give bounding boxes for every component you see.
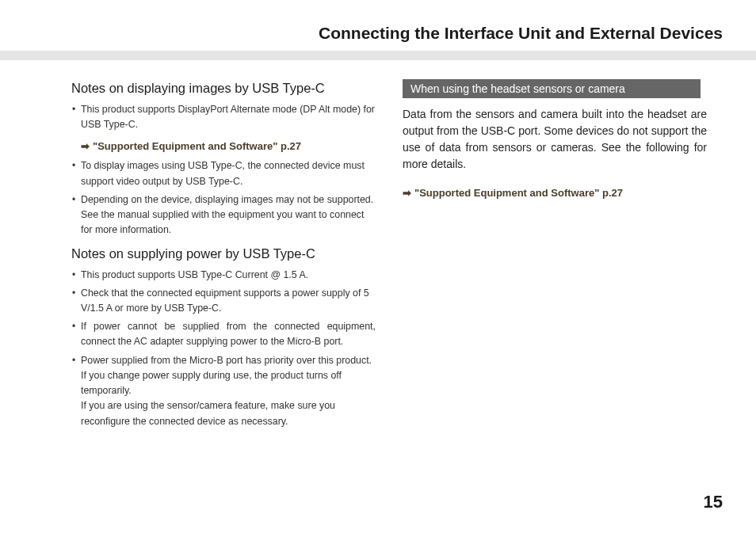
page-title: Connecting the Interface Unit and Extern… [0, 0, 756, 51]
cross-reference-link[interactable]: ➡ "Supported Equipment and Software" p.2… [403, 187, 707, 199]
left-column: Notes on displaying images by USB Type-C… [71, 74, 376, 437]
bullet-list: This product supports DisplayPort Altern… [71, 102, 376, 132]
list-item: Check that the connected equipment suppo… [71, 286, 376, 316]
page-number: 15 [704, 492, 723, 512]
title-separator-bar [0, 51, 756, 60]
arrow-right-icon: ➡ [403, 187, 411, 199]
arrow-right-icon: ➡ [81, 140, 90, 152]
body-paragraph: Data from the sensors and camera built i… [403, 106, 707, 173]
list-item: Depending on the device, displaying imag… [71, 192, 376, 238]
cross-reference-label: "Supported Equipment and Software" p.27 [93, 140, 301, 152]
right-column: When using the headset sensors or camera… [403, 74, 707, 437]
content-columns: Notes on displaying images by USB Type-C… [0, 60, 756, 437]
list-item-text: Power supplied from the Micro-B port has… [81, 355, 372, 396]
bullet-list: To display images using USB Type-C, the … [71, 158, 376, 238]
list-item: This product supports DisplayPort Altern… [71, 102, 376, 132]
list-item: If power cannot be supplied from the con… [71, 319, 376, 349]
list-item: This product supports USB Type-C Current… [71, 268, 376, 283]
cross-reference-label: "Supported Equipment and Software" p.27 [414, 187, 623, 199]
list-item: Power supplied from the Micro-B port has… [71, 353, 376, 429]
list-item: To display images using USB Type-C, the … [71, 158, 376, 188]
section-heading: Notes on displaying images by USB Type-C [71, 81, 376, 96]
manual-page: Connecting the Interface Unit and Extern… [0, 0, 756, 533]
callout-heading: When using the headset sensors or camera [403, 79, 701, 98]
section-heading: Notes on supplying power by USB Type-C [71, 246, 376, 261]
bullet-list: This product supports USB Type-C Current… [71, 268, 376, 429]
cross-reference-link[interactable]: ➡ "Supported Equipment and Software" p.2… [81, 140, 376, 152]
list-item-text: If you are using the sensor/camera featu… [81, 400, 335, 426]
